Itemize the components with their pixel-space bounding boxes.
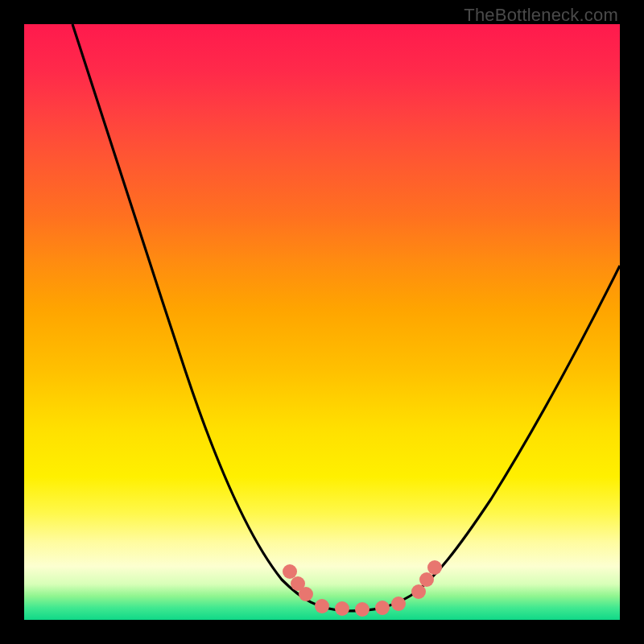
marker-dot	[419, 572, 434, 587]
marker-dot	[375, 601, 390, 615]
chart-frame: TheBottleneck.com	[0, 0, 644, 644]
marker-dot	[355, 602, 369, 617]
marker-dot	[299, 587, 313, 601]
marker-dot	[335, 601, 349, 616]
marker-dot	[283, 564, 297, 579]
marker-dot	[427, 560, 442, 575]
chart-svg	[24, 24, 620, 620]
marker-group	[283, 560, 442, 617]
marker-dot	[411, 584, 426, 599]
watermark-text: TheBottleneck.com	[464, 5, 618, 26]
marker-dot	[391, 597, 406, 611]
bottleneck-curve	[72, 24, 620, 611]
marker-dot	[315, 599, 329, 613]
